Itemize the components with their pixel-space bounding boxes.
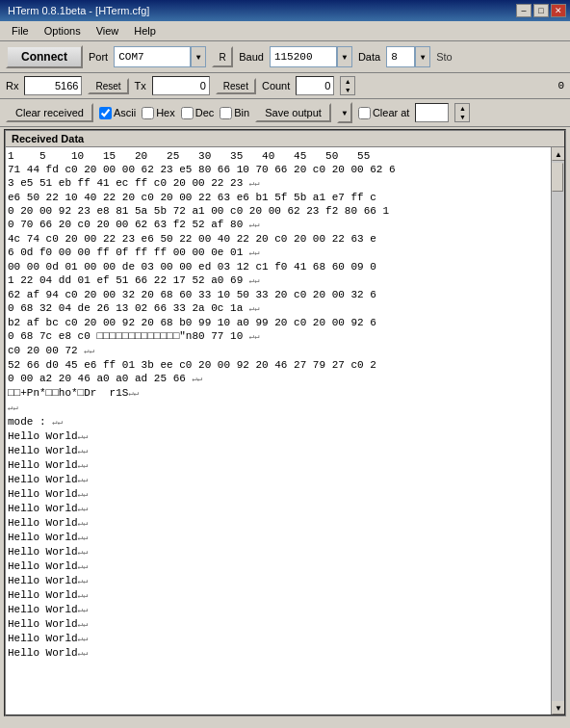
clear-at-label: Clear at (373, 107, 410, 118)
data-dropdown-arrow[interactable]: ▼ (415, 46, 430, 67)
scroll-up-button[interactable]: ▲ (552, 147, 564, 161)
received-panel-header: Received Data (6, 131, 564, 147)
menu-file[interactable]: File (4, 23, 37, 39)
rx-label: Rx (6, 80, 18, 91)
data-line: 0 68 32 04 de 26 13 02 66 33 2a 0c 1a ↵↵ (8, 301, 549, 316)
bin-label: Bin (234, 107, 249, 118)
data-line: Hello World↵↵ (8, 444, 549, 458)
baud-dropdown[interactable]: 115200 (270, 46, 337, 67)
options-row: Clear received Ascii Hex Dec Bin Save ou… (0, 99, 570, 127)
port-dropdown[interactable]: COM7 (114, 46, 191, 67)
data-line: Hello World↵↵ (8, 545, 549, 559)
vertical-scrollbar[interactable]: ▲ ▼ (551, 147, 564, 715)
data-line: Hello World↵↵ (8, 646, 549, 661)
data-line: ↵↵ (8, 401, 549, 415)
tx-value[interactable] (152, 76, 210, 95)
data-line: 3 e5 51 eb ff 41 ec ff c0 20 00 22 23 ↵↵ (8, 176, 549, 191)
data-line: 71 44 fd c0 20 00 00 62 23 e5 80 66 10 7… (8, 163, 549, 176)
tx-reset-button[interactable]: Reset (216, 78, 256, 94)
minimize-button[interactable]: – (516, 4, 531, 17)
data-line: 0 68 7c e8 c0 □□□□□□□□□□□□□"n80 77 10 ↵↵ (8, 329, 549, 344)
data-line: 62 af 94 c0 20 00 32 20 68 60 33 10 50 3… (8, 288, 549, 301)
data-line: Hello World↵↵ (8, 603, 549, 617)
menu-view[interactable]: View (89, 23, 127, 39)
hex-checkbox[interactable] (142, 107, 154, 119)
data-line: Hello World↵↵ (8, 487, 549, 502)
data-line: 1 5 10 15 20 25 30 35 40 45 50 55 (8, 149, 549, 163)
data-label: Data (358, 51, 380, 63)
dec-checkbox-group: Dec (181, 107, 215, 119)
close-button[interactable]: ✕ (551, 4, 566, 17)
rx-value[interactable] (24, 76, 82, 95)
window-controls: – □ ✕ (516, 4, 566, 17)
data-line: Hello World↵↵ (8, 502, 549, 516)
baud-label: Baud (239, 51, 264, 63)
baud-dropdown-arrow[interactable]: ▼ (337, 46, 352, 67)
right-num: 0 (557, 80, 564, 91)
count-spinner[interactable]: ▲ ▼ (340, 76, 355, 95)
clear-at-down[interactable]: ▼ (455, 113, 469, 121)
dec-checkbox[interactable] (181, 107, 194, 119)
data-line: Hello World↵↵ (8, 458, 549, 473)
count-label: Count (262, 80, 290, 91)
connect-button[interactable]: Connect (6, 45, 83, 68)
ascii-checkbox-group: Ascii (99, 107, 136, 119)
received-panel: Received Data 1 5 10 15 20 25 30 35 40 4… (4, 129, 566, 716)
data-line: b2 af bc c0 20 00 92 20 68 b0 99 10 a0 9… (8, 316, 549, 329)
data-line: 1 22 04 dd 01 ef 51 66 22 17 52 a0 69 ↵↵ (8, 273, 549, 288)
r-button[interactable]: R (212, 46, 233, 67)
data-line: 0 70 66 20 c0 20 00 62 63 f2 52 af 80 ↵↵ (8, 218, 549, 232)
data-line: Hello World↵↵ (8, 588, 549, 603)
save-output-dropdown[interactable]: ▼ (337, 102, 352, 123)
tx-label: Tx (135, 80, 146, 91)
clear-received-button[interactable]: Clear received (6, 103, 93, 122)
data-line: c0 20 00 72 ↵↵ (8, 344, 549, 358)
count-value[interactable] (296, 76, 334, 95)
port-label: Port (89, 51, 108, 63)
scroll-down-button[interactable]: ▼ (552, 701, 564, 715)
received-content-area: 1 5 10 15 20 25 30 35 40 45 50 5571 44 f… (6, 147, 564, 715)
data-line: 0 00 a2 20 46 a0 a0 ad 25 66 ↵↵ (8, 372, 549, 386)
port-dropdown-arrow[interactable]: ▼ (191, 46, 206, 67)
clear-at-checkbox-group: Clear at (358, 107, 410, 119)
data-dropdown[interactable]: 8 (386, 46, 415, 67)
count-up[interactable]: ▲ (341, 77, 354, 86)
menu-help[interactable]: Help (126, 23, 164, 39)
window-title: HTerm 0.8.1beta - [HTerm.cfg] (4, 5, 149, 16)
bin-checkbox-group: Bin (220, 107, 249, 119)
clear-at-spinner[interactable]: ▲ ▼ (454, 103, 470, 122)
count-down[interactable]: ▼ (341, 86, 354, 94)
scroll-thumb[interactable] (552, 163, 563, 192)
clear-at-up[interactable]: ▲ (455, 104, 469, 113)
data-line: Hello World↵↵ (8, 516, 549, 531)
stop-label: Sto (436, 51, 453, 63)
hex-checkbox-group: Hex (142, 107, 175, 119)
save-output-button[interactable]: Save output (255, 103, 331, 122)
toolbar: Connect Port COM7 ▼ R Baud 115200 ▼ Data… (0, 41, 570, 73)
data-line: e6 50 22 10 40 22 20 c0 20 00 22 63 e6 b… (8, 191, 549, 204)
menu-options[interactable]: Options (37, 23, 89, 39)
menu-bar: File Options View Help (0, 21, 570, 41)
data-line: mode : ↵↵ (8, 415, 549, 429)
clear-at-checkbox[interactable] (358, 107, 371, 119)
ascii-checkbox[interactable] (99, 107, 112, 119)
data-line: Hello World↵↵ (8, 473, 549, 487)
data-line: Hello World↵↵ (8, 559, 549, 574)
main-content: Received Data 1 5 10 15 20 25 30 35 40 4… (0, 127, 570, 722)
clear-at-input[interactable] (415, 103, 449, 122)
data-line: Hello World↵↵ (8, 429, 549, 444)
rx-reset-button[interactable]: Reset (88, 78, 128, 94)
data-line: 0 20 00 92 23 e8 81 5a 5b 72 a1 00 c0 20… (8, 204, 549, 218)
scroll-track[interactable] (552, 161, 564, 701)
bin-checkbox[interactable] (220, 107, 232, 119)
data-line: Hello World↵↵ (8, 531, 549, 545)
data-line: 4c 74 c0 20 00 22 23 e6 50 22 00 40 22 2… (8, 232, 549, 246)
data-line: 6 0d f0 00 00 ff 0f ff ff 00 00 0e 01 ↵↵ (8, 246, 549, 260)
data-line: Hello World↵↵ (8, 617, 549, 632)
maximize-button[interactable]: □ (533, 4, 549, 17)
rx-tx-row: Rx Reset Tx Reset Count ▲ ▼ 0 (0, 73, 570, 99)
data-line: 00 00 0d 01 00 00 de 03 00 00 ed 03 12 c… (8, 260, 549, 273)
data-line: Hello World↵↵ (8, 632, 549, 646)
title-bar: HTerm 0.8.1beta - [HTerm.cfg] – □ ✕ (0, 0, 570, 21)
data-line: Hello World↵↵ (8, 574, 549, 588)
